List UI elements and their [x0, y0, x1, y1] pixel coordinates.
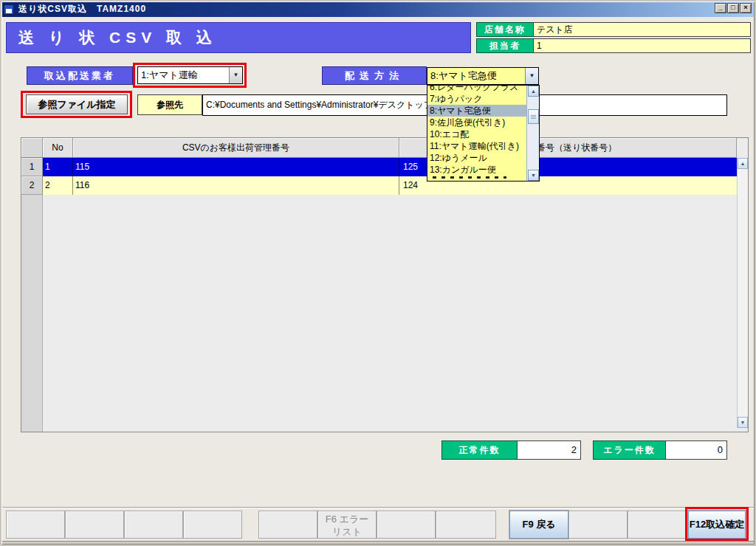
- cell-csv[interactable]: 115: [73, 158, 399, 176]
- dropdown-item-clipped[interactable]: [427, 176, 527, 182]
- column-header-rownum: [21, 138, 43, 158]
- scroll-up-icon[interactable]: ▲: [528, 86, 539, 97]
- row-number-column: [21, 195, 43, 432]
- cell-csv[interactable]: 116: [73, 176, 399, 195]
- browse-file-button[interactable]: 参照ファイル指定: [26, 94, 128, 114]
- f6-error-list-button[interactable]: F6 エラー リスト: [317, 511, 377, 539]
- f6-label-line2: リスト: [318, 525, 376, 538]
- scroll-down-icon[interactable]: ▼: [528, 170, 539, 181]
- window-title: 送り状CSV取込 TAMZ1400: [18, 3, 146, 15]
- table-row[interactable]: 1 1 115 125: [21, 158, 748, 176]
- store-name-field: テスト店: [533, 22, 751, 37]
- method-combobox[interactable]: 8:ヤマト宅急便 ▼: [427, 67, 539, 85]
- reference-dest-label: 参照先: [137, 94, 202, 115]
- dropdown-item[interactable]: 6:レターパックプラス: [427, 85, 527, 93]
- table-header-row: No CSVのお客様出荷管理番号 番号（送り状番号）: [21, 138, 748, 158]
- divider: [1, 507, 755, 508]
- method-dropdown-list: 6:レターパックプラス 7:ゆうパック 8:ヤマト宅急便 9:佐川急便(代引き)…: [427, 85, 540, 182]
- dropdown-item[interactable]: 12:ゆうメール: [427, 152, 527, 164]
- staff-field: 1: [533, 38, 751, 53]
- error-count-label: エラー件数: [593, 440, 666, 460]
- fkey-f3-slot: [124, 511, 183, 539]
- dropdown-item[interactable]: 10:エコ配: [427, 128, 527, 140]
- ok-count-label: 正常件数: [441, 440, 518, 460]
- app-window: 送り状CSV取込 TAMZ1400 _ □ × 送 り 状 CSV 取 込 店舗…: [0, 0, 756, 546]
- f12-confirm-import-button[interactable]: F12取込確定: [688, 511, 746, 539]
- scroll-down-icon[interactable]: ▼: [738, 417, 748, 428]
- dropdown-item[interactable]: 9:佐川急便(代引き): [427, 117, 527, 128]
- ok-count-field: 2: [517, 440, 581, 460]
- chevron-down-icon[interactable]: ▼: [525, 68, 538, 84]
- fkey-f4-slot: [183, 511, 242, 539]
- fkey-f2-slot: [65, 511, 124, 539]
- fkey-f1-slot: [6, 511, 65, 539]
- title-bar: 送り状CSV取込 TAMZ1400 _ □ ×: [1, 1, 755, 17]
- scrollbar-thumb[interactable]: [528, 109, 539, 124]
- carrier-combobox[interactable]: 1:ヤマト運輸 ▼: [137, 66, 243, 84]
- fkey-f7-slot: [377, 511, 436, 539]
- table-row[interactable]: 2 2 116 124: [21, 176, 748, 195]
- dropdown-item-selected[interactable]: 8:ヤマト宅急便: [427, 105, 527, 117]
- error-count-field: 0: [665, 440, 727, 460]
- row-number-cell[interactable]: 2: [21, 176, 43, 195]
- f6-label-line1: F6 エラー: [318, 513, 376, 525]
- method-value: 8:ヤマト宅急便: [427, 68, 525, 84]
- fkey-f11-slot: [628, 511, 687, 539]
- status-strip: [0, 541, 756, 546]
- dropdown-item[interactable]: 13:カンガルー便: [427, 164, 527, 176]
- store-name-label: 店舗名称: [476, 22, 534, 37]
- dropdown-item[interactable]: 7:ゆうパック: [427, 93, 527, 105]
- fkey-f10-slot: [568, 511, 628, 539]
- close-button[interactable]: ×: [740, 3, 752, 13]
- cell-no[interactable]: 1: [43, 158, 73, 176]
- f9-back-button[interactable]: F9 戻る: [509, 511, 568, 539]
- page-title: 送 り 状 CSV 取 込: [6, 22, 471, 53]
- cell-no[interactable]: 2: [43, 176, 73, 195]
- column-header-no: No: [43, 138, 73, 158]
- row-number-cell[interactable]: 1: [21, 158, 43, 176]
- dropdown-item[interactable]: 11:ヤマト運輸(代引き): [427, 140, 527, 152]
- carrier-label: 取込配送業者: [27, 66, 133, 85]
- app-icon: [4, 4, 14, 15]
- table-scrollbar[interactable]: ▲ ▼: [737, 158, 748, 428]
- scroll-up-icon[interactable]: ▲: [738, 158, 748, 169]
- import-table: No CSVのお客様出荷管理番号 番号（送り状番号） 1 1 115 125 2…: [21, 137, 749, 432]
- maximize-button[interactable]: □: [727, 3, 739, 13]
- carrier-value: 1:ヤマト運輸: [138, 67, 229, 83]
- chevron-down-icon[interactable]: ▼: [229, 67, 242, 83]
- column-header-csv: CSVのお客様出荷管理番号: [73, 138, 399, 158]
- dropdown-scrollbar[interactable]: ▲ ▼: [526, 86, 539, 181]
- fkey-f8-slot: [436, 511, 496, 539]
- minimize-button[interactable]: _: [715, 3, 726, 13]
- method-label: 配送方法: [322, 66, 427, 85]
- fkey-f5-slot: [258, 511, 317, 539]
- staff-label: 担当者: [476, 38, 534, 53]
